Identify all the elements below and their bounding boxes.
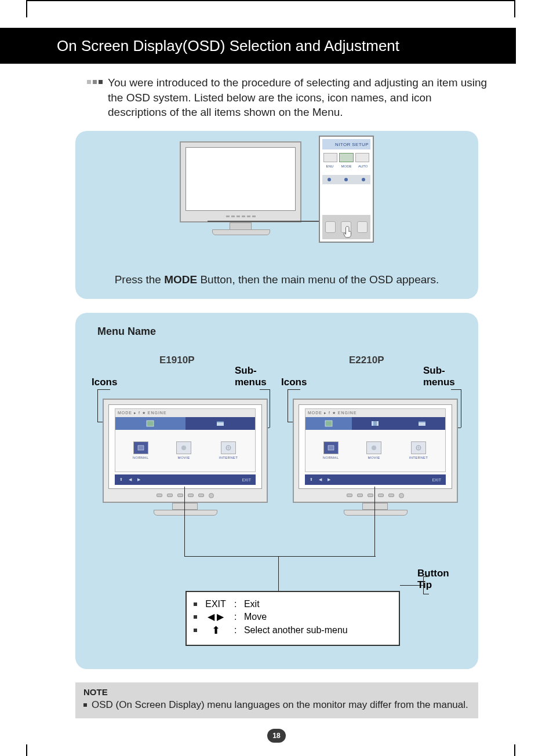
- tip-desc: Select another sub-menu: [244, 625, 348, 636]
- monitor-bezel-buttons: [108, 491, 262, 499]
- note-text: OSD (On Screen Display) menu languages o…: [92, 699, 468, 711]
- button-tip-label: Button Tip: [417, 568, 449, 590]
- nav-left-icon: ◀: [126, 477, 134, 482]
- submenu-label: INTERNET: [409, 456, 428, 459]
- finger-press-icon: [343, 225, 354, 238]
- callout-line: [288, 389, 288, 422]
- monitor-base: [344, 510, 408, 516]
- tip-key: ⬆: [199, 624, 232, 637]
- osd-tab-row: [115, 417, 255, 430]
- osd-tab-row: [305, 417, 445, 430]
- monitor-bezel-buttons: [299, 491, 452, 499]
- osd-menu: MODE ▸ f ★ ENGINE NORMAL: [305, 408, 446, 472]
- callout-line: [97, 389, 110, 390]
- colon: :: [234, 612, 237, 622]
- svg-rect-8: [325, 421, 332, 426]
- submenu-icon: [221, 441, 236, 454]
- osd-menu-header: MODE ▸ f ★ ENGINE: [115, 409, 255, 417]
- physical-button: [325, 221, 336, 233]
- osd-menu-header: MODE ▸ f ★ ENGINE: [305, 409, 445, 417]
- tip-key: ◀ ▶: [199, 611, 232, 622]
- svg-point-14: [372, 445, 376, 450]
- crop-mark: [514, 0, 515, 17]
- svg-point-4: [181, 445, 186, 450]
- svg-rect-3: [138, 445, 144, 450]
- intro-text: You were introduced to the procedure of …: [108, 75, 493, 120]
- nav-exit-label: EXIT: [430, 478, 443, 482]
- osd-button-bar: ⬆ ◀ ▶ EXIT: [305, 474, 446, 485]
- osd-tab-icon: [115, 417, 185, 430]
- osd-tab-icon: [305, 417, 352, 430]
- monitor-frame: MODE ▸ f ★ ENGINE NORMAL: [103, 399, 268, 503]
- submenu-label: MOVIE: [368, 456, 380, 459]
- submenu-icon: [366, 441, 381, 454]
- callout-line: [270, 389, 270, 428]
- tip-key: EXIT: [199, 599, 232, 609]
- monitor-screen: MODE ▸ f ★ ENGINE NORMAL: [299, 404, 452, 489]
- zoom-osd-icons: [322, 152, 370, 163]
- caption-post: Button, then the main menu of the OSD ap…: [197, 273, 439, 286]
- nav-right-icon: ▶: [325, 477, 333, 482]
- nav-right-icon: ▶: [135, 477, 143, 482]
- callout-line: [288, 389, 300, 390]
- submenus-label-a: Sub- menus: [235, 365, 267, 388]
- icons-label-a: Icons: [92, 377, 117, 388]
- submenu-icon: [323, 441, 339, 454]
- osd-screenshot-e1910p: MODE ▸ f ★ ENGINE NORMAL: [103, 399, 268, 523]
- monitor-base: [212, 229, 270, 235]
- tip-desc: Exit: [244, 599, 260, 609]
- svg-rect-10: [373, 421, 377, 426]
- nav-up-icon: ⬆: [117, 477, 125, 482]
- physical-button: [357, 221, 368, 233]
- monitor-buttons: [185, 214, 296, 219]
- svg-rect-13: [328, 445, 334, 450]
- osd-button-bar: ⬆ ◀ ▶ EXIT: [115, 474, 256, 485]
- arrow-line: [208, 221, 323, 222]
- bullet-icon: [194, 602, 197, 606]
- bullet-icon: [83, 703, 87, 707]
- submenu-item-movie: MOVIE: [176, 441, 191, 459]
- callout-line: [451, 389, 461, 390]
- button-tip-box: EXIT : Exit ◀ ▶ : Move ⬆ : Select anothe…: [185, 591, 400, 646]
- crop-mark: [26, 744, 27, 756]
- submenu-item-normal: NORMAL: [323, 441, 339, 459]
- osd-screenshot-e2210p: MODE ▸ f ★ ENGINE NORMAL: [293, 399, 458, 523]
- callout-line: [97, 389, 98, 422]
- submenu-label: INTERNET: [219, 456, 238, 459]
- panel1-caption: Press the MODE Button, then the main men…: [75, 273, 478, 286]
- submenu-item-internet: INTERNET: [219, 441, 238, 459]
- caption-bold: MODE: [164, 273, 197, 286]
- model-label-e1910p: E1910P: [159, 355, 195, 366]
- zoom-label-menu: ENU: [322, 165, 337, 168]
- bullet-icon: [194, 615, 197, 619]
- tip-row-select: ⬆ : Select another sub-menu: [194, 624, 393, 637]
- submenu-label: MOVIE: [178, 456, 190, 459]
- osd-tab-icon: [399, 417, 445, 430]
- tip-row-move: ◀ ▶ : Move: [194, 611, 393, 622]
- nav-up-icon: ⬆: [307, 477, 315, 482]
- tip-desc: Move: [244, 612, 267, 622]
- submenu-icon: [176, 441, 191, 454]
- monitor-illustration: [180, 141, 307, 243]
- osd-tab-icon: [352, 417, 398, 430]
- callout-line: [278, 556, 279, 591]
- submenu-label: NORMAL: [323, 456, 339, 459]
- submenu-icon: [133, 441, 148, 454]
- zoom-label-mode: MODE: [339, 165, 354, 168]
- nav-exit-label: EXIT: [239, 478, 253, 482]
- osd-submenu-body: NORMAL MOVIE INTERNET: [309, 432, 442, 468]
- note-title: NOTE: [83, 687, 470, 697]
- svg-rect-12: [419, 421, 425, 422]
- osd-menu: MODE ▸ f ★ ENGINE NORMAL: [115, 408, 256, 472]
- submenu-item-movie: MOVIE: [366, 441, 381, 459]
- note-line: OSD (On Screen Display) menu languages o…: [83, 699, 470, 711]
- monitor-frame: [180, 141, 301, 222]
- page-header-bar: On Screen Display(OSD) Selection and Adj…: [0, 28, 516, 64]
- callout-line: [184, 556, 376, 557]
- manual-page: On Screen Display(OSD) Selection and Adj…: [0, 0, 553, 756]
- page-title: On Screen Display(OSD) Selection and Adj…: [57, 37, 399, 55]
- bullet-icon: [194, 629, 197, 632]
- submenu-label: NORMAL: [133, 456, 148, 459]
- zoom-led-row: [322, 175, 370, 184]
- icons-label-b: Icons: [281, 377, 307, 388]
